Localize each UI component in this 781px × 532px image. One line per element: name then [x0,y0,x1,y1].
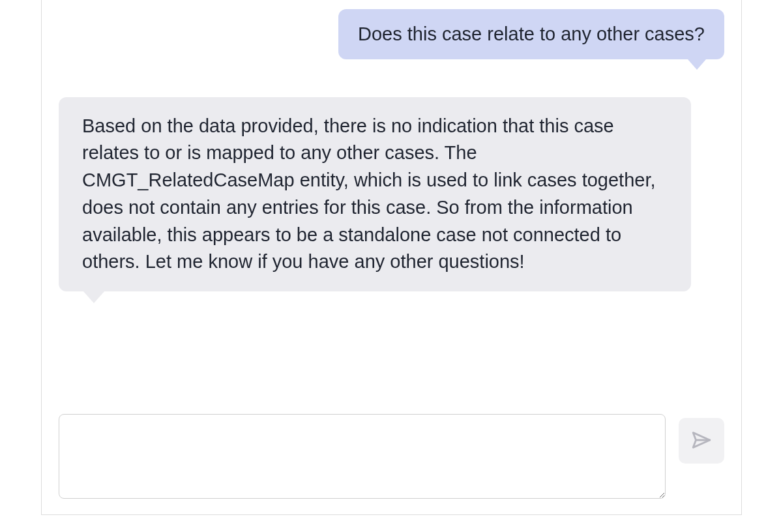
assistant-message-bubble: Based on the data provided, there is no … [59,97,691,292]
paper-plane-icon [690,429,713,453]
send-button[interactable] [679,418,724,464]
user-message-bubble: Does this case relate to any other cases… [338,9,724,59]
chat-panel: Does this case relate to any other cases… [41,0,742,515]
composer [59,414,724,499]
message-list: Does this case relate to any other cases… [59,9,724,393]
message-row-user: Does this case relate to any other cases… [59,9,724,59]
message-row-assistant: Based on the data provided, there is no … [59,97,724,292]
message-input[interactable] [59,414,666,499]
